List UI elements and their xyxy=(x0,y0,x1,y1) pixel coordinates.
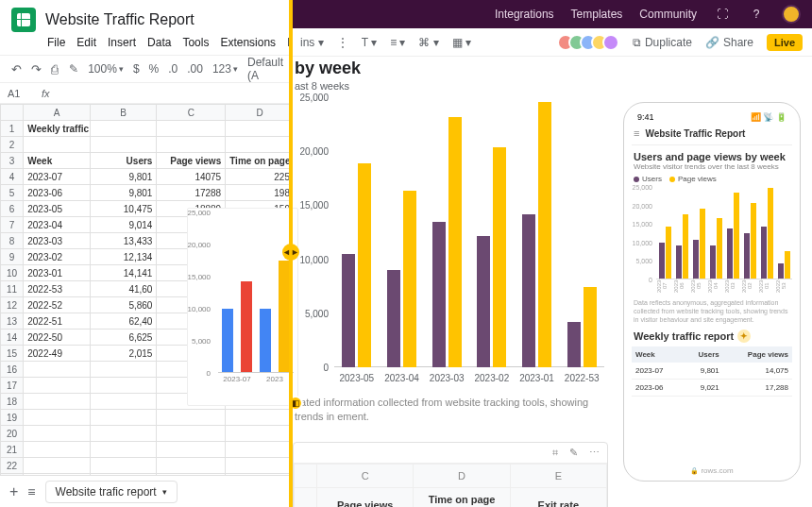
redo-icon[interactable] xyxy=(31,62,42,76)
phone-doc-title: Website Traffic Report xyxy=(645,128,745,139)
main-chart[interactable]: 05,00010,00015,00020,00025,000 2023-0520… xyxy=(293,97,608,390)
rows-topnav: Integrations Templates Community ⛶ ? xyxy=(291,0,812,28)
col-header: A xyxy=(24,105,91,121)
format-currency[interactable]: $ xyxy=(133,62,140,76)
add-sheet-button[interactable] xyxy=(9,483,18,500)
undo-icon[interactable] xyxy=(11,62,22,76)
chart-title: by week xyxy=(293,57,608,80)
phone-mock: 9:41 📶 📡 🔋 Website Traffic Report Users … xyxy=(623,102,801,482)
chart-note: gated information collected from website… xyxy=(293,390,608,436)
print-icon[interactable] xyxy=(51,62,59,76)
menu-tools[interactable]: Tools xyxy=(182,36,209,49)
doc-title[interactable]: Website Traffic Report xyxy=(45,11,195,28)
phone-section-title: Weekly traffic report✦ xyxy=(632,330,792,346)
menu-insert[interactable]: Insert xyxy=(108,36,136,49)
menu-edit[interactable]: Edit xyxy=(76,36,96,49)
phone-chart-note: Data reflects anonymous, aggregated info… xyxy=(632,295,792,330)
nav-templates[interactable]: Templates xyxy=(571,8,623,21)
avatar[interactable] xyxy=(782,5,801,24)
phone-time: 9:41 xyxy=(637,112,654,122)
align-format[interactable]: ≡ ▾ xyxy=(390,36,405,49)
menu-data[interactable]: Data xyxy=(147,36,171,49)
live-button[interactable]: Live xyxy=(767,34,803,51)
rows-toolbar: ins ▾ ⋮ T ▾ ≡ ▾ ⌘ ▾ ▦ ▾ ⧉ Duplicate 🔗 Sh… xyxy=(291,28,812,57)
gift-icon[interactable]: ⛶ xyxy=(714,6,731,23)
phone-chart-sub: Website visitor trends over the last 8 w… xyxy=(632,162,792,175)
number-format[interactable]: 123▾ xyxy=(212,62,238,76)
col-header: C xyxy=(157,105,226,121)
more-icon[interactable]: ⋯ xyxy=(589,447,600,459)
sheet-tab[interactable]: Website trafic report▾ xyxy=(45,481,178,503)
sheets-menubar: File Edit Insert Data Tools Extensions H… xyxy=(0,34,295,55)
rows-sheet[interactable]: ⌗ ✎ ⋯ C D E Page views Time on pa xyxy=(293,442,608,507)
menu-extensions[interactable]: Extensions xyxy=(220,36,276,49)
link-tool[interactable]: ⌘ ▾ xyxy=(418,36,438,49)
phone-chart[interactable]: 05,00010,00015,00020,00025,000 2023-0720… xyxy=(632,187,792,293)
paint-format-icon[interactable] xyxy=(69,62,78,76)
spark-icon: ✦ xyxy=(737,330,751,343)
phone-status-icons: 📶 📡 🔋 xyxy=(751,112,787,122)
col-header: D xyxy=(226,105,295,121)
name-box[interactable]: A1 xyxy=(8,88,36,99)
phone-table[interactable]: Week Users Page views 2023-079,80114,075… xyxy=(632,346,792,397)
fx-label: fx xyxy=(42,88,50,99)
menu-file[interactable]: File xyxy=(47,36,65,49)
nav-integrations[interactable]: Integrations xyxy=(495,8,554,21)
all-sheets-button[interactable] xyxy=(27,484,35,499)
nav-community[interactable]: Community xyxy=(639,8,697,21)
sheets-toolbar: 100%▾ $ % .0 .00 123▾ Default (A xyxy=(0,55,295,83)
phone-footer: rows.com xyxy=(632,461,792,475)
menu-icon[interactable] xyxy=(634,127,639,139)
text-format[interactable]: T ▾ xyxy=(362,36,377,49)
table-tool[interactable]: ▦ ▾ xyxy=(452,36,471,49)
chart-legend: Users Page views xyxy=(632,175,792,187)
share-button[interactable]: 🔗 Share xyxy=(705,36,753,49)
sheets-footer: Website trafic report▾ xyxy=(0,475,295,507)
rows-app: Integrations Templates Community ⛶ ? ins… xyxy=(291,0,812,507)
mini-chart-overlay[interactable]: 25,00020,00015,00010,0005,0000 2023-0720… xyxy=(187,208,298,406)
split-handle-icon[interactable] xyxy=(282,244,299,261)
tool-divider: ⋮ xyxy=(337,36,348,49)
dropdown-ins[interactable]: ins ▾ xyxy=(300,36,324,49)
font-select[interactable]: Default (A xyxy=(247,56,283,82)
format-percent[interactable]: % xyxy=(149,62,160,76)
decrease-decimal[interactable]: .0 xyxy=(168,62,178,76)
duplicate-button[interactable]: ⧉ Duplicate xyxy=(633,36,692,49)
edit-icon[interactable]: ✎ xyxy=(569,447,578,459)
help-icon[interactable]: ? xyxy=(748,6,765,23)
phone-chart-title: Users and page views by week xyxy=(632,145,792,162)
sheets-logo-icon xyxy=(11,8,36,32)
increase-decimal[interactable]: .00 xyxy=(187,62,203,76)
filter-icon[interactable]: ⌗ xyxy=(552,447,558,459)
col-header: B xyxy=(90,105,157,121)
presence-avatars[interactable] xyxy=(563,34,619,51)
zoom-select[interactable]: 100%▾ xyxy=(88,62,124,76)
chart-subtitle: ast 8 weeks xyxy=(293,80,608,97)
